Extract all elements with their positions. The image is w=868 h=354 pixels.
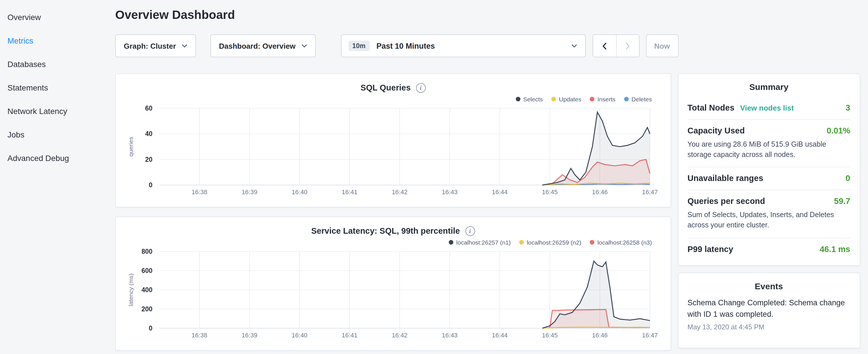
sidebar-item-overview[interactable]: Overview — [7, 6, 115, 29]
summary-value: 0.01% — [827, 126, 850, 135]
dashboard-dropdown[interactable]: Dashboard: Overview — [210, 34, 315, 57]
summary-row-capacity-used: Capacity Used0.01%You are using 28.6 MiB… — [687, 119, 850, 167]
svg-text:16:46: 16:46 — [592, 332, 608, 339]
sidebar-item-metrics[interactable]: Metrics — [7, 29, 115, 53]
sidebar-item-jobs[interactable]: Jobs — [7, 123, 115, 147]
summary-row-total-nodes: Total NodesView nodes list3 — [687, 97, 850, 119]
summary-rows: Total NodesView nodes list3Capacity Used… — [687, 97, 850, 260]
sql-queries-chart: 020406016:3816:3916:4016:4116:4216:4316:… — [125, 104, 661, 201]
summary-row-head: Queries per second59.7 — [687, 197, 850, 206]
sidebar-item-databases[interactable]: Databases — [7, 53, 115, 76]
graph-dropdown[interactable]: Graph: Cluster — [115, 34, 196, 57]
service-latency-chart-card: Service Latency: SQL, 99th percentile i … — [115, 217, 671, 351]
chevron-down-icon — [182, 44, 187, 47]
svg-text:400: 400 — [142, 286, 152, 294]
summary-row-unavailable-ranges: Unavailable ranges0 — [687, 167, 850, 190]
page-title: Overview Dashboard — [115, 8, 860, 22]
summary-row-queries-per-second: Queries per second59.7Sum of Selects, Up… — [687, 190, 850, 238]
svg-text:40: 40 — [145, 130, 152, 137]
chevron-right-icon — [625, 42, 630, 50]
legend-label: Inserts — [597, 96, 616, 102]
svg-text:16:39: 16:39 — [242, 332, 257, 339]
chart-title-row: Service Latency: SQL, 99th percentile i — [125, 224, 661, 238]
legend-item-localhost-26258-n3: localhost:26258 (n3) — [590, 239, 652, 246]
time-prev-button[interactable] — [593, 35, 616, 57]
now-button[interactable]: Now — [646, 34, 678, 57]
sidebar-item-advanced-debug[interactable]: Advanced Debug — [7, 147, 115, 170]
events-title: Events — [687, 273, 850, 296]
legend-label: Selects — [523, 96, 543, 102]
svg-text:16:44: 16:44 — [492, 189, 507, 196]
legend-item-inserts: Inserts — [590, 96, 616, 102]
summary-row-head: Total NodesView nodes list3 — [687, 103, 850, 112]
sidebar: OverviewMetricsDatabasesStatementsNetwor… — [0, 0, 115, 354]
info-icon[interactable]: i — [416, 83, 426, 93]
summary-card: Summary Total NodesView nodes list3Capac… — [678, 73, 860, 265]
svg-text:16:44: 16:44 — [492, 332, 507, 339]
svg-text:0: 0 — [149, 324, 152, 332]
legend-item-localhost-26259-n2: localhost:26259 (n2) — [519, 239, 581, 246]
chart-title: Service Latency: SQL, 99th percentile — [311, 226, 460, 235]
time-range-picker[interactable]: 10m Past 10 Minutes — [341, 34, 585, 57]
time-next-button[interactable] — [616, 35, 639, 57]
svg-text:16:47: 16:47 — [642, 332, 658, 339]
svg-text:800: 800 — [142, 248, 152, 255]
summary-description: You are using 28.6 MiB of 515.9 GiB usab… — [687, 139, 850, 160]
legend-dot — [590, 97, 595, 101]
summary-label: Total Nodes — [687, 103, 735, 112]
app-root: OverviewMetricsDatabasesStatementsNetwor… — [0, 0, 868, 354]
summary-title: Summary — [687, 74, 850, 97]
sidebar-item-network-latency[interactable]: Network Latency — [7, 100, 115, 123]
svg-text:16:41: 16:41 — [342, 332, 358, 339]
main-content: Overview Dashboard Graph: Cluster Dashbo… — [115, 0, 868, 354]
svg-text:latency (ms): latency (ms) — [127, 273, 134, 306]
summary-label: P99 latency — [687, 244, 733, 254]
svg-text:16:45: 16:45 — [542, 332, 558, 339]
summary-value: 59.7 — [834, 197, 850, 206]
event-text: Schema Change Completed: Schema change w… — [687, 297, 850, 320]
summary-row-head: P99 latency46.1 ms — [687, 244, 850, 254]
legend-item-deletes: Deletes — [624, 96, 652, 102]
svg-text:16:40: 16:40 — [292, 332, 308, 339]
summary-value: 46.1 ms — [820, 244, 850, 254]
summary-label: Queries per second — [687, 197, 765, 206]
legend-label: Updates — [559, 96, 582, 102]
legend-label: localhost:26258 (n3) — [597, 239, 652, 246]
event-timestamp: May 13, 2020 at 4:45 PM — [687, 323, 850, 331]
chart-legend: SelectsUpdatesInsertsDeletes — [125, 95, 661, 104]
svg-text:16:43: 16:43 — [442, 189, 458, 196]
svg-text:16:42: 16:42 — [392, 189, 407, 196]
legend-dot — [519, 240, 524, 245]
chevron-left-icon — [602, 42, 607, 50]
svg-text:16:38: 16:38 — [191, 189, 207, 196]
graph-dropdown-label: Graph: Cluster — [124, 41, 176, 50]
svg-text:0: 0 — [149, 181, 152, 189]
chart-canvas: 020040060080016:3816:3916:4016:4116:4216… — [125, 247, 661, 344]
events-card: Events Schema Change Completed: Schema c… — [678, 272, 860, 348]
summary-value: 3 — [846, 103, 850, 112]
legend-label: localhost:26257 (n1) — [456, 239, 510, 246]
controls-bar: Graph: Cluster Dashboard: Overview 10m P… — [115, 34, 860, 57]
dashboard-dropdown-label: Dashboard: Overview — [219, 41, 296, 50]
svg-text:16:46: 16:46 — [592, 189, 608, 196]
svg-text:60: 60 — [145, 104, 152, 112]
legend-item-selects: Selects — [516, 96, 543, 102]
info-icon[interactable]: i — [465, 226, 475, 236]
svg-text:600: 600 — [142, 267, 152, 275]
legend-dot — [516, 97, 520, 101]
summary-row-p99-latency: P99 latency46.1 ms — [687, 237, 850, 260]
chart-legend: localhost:26257 (n1)localhost:26259 (n2)… — [125, 238, 661, 247]
summary-description: Sum of Selects, Updates, Inserts, and De… — [687, 210, 850, 231]
time-pager — [592, 34, 639, 57]
view-nodes-list-link[interactable]: View nodes list — [740, 104, 794, 112]
chart-title: SQL Queries — [361, 83, 411, 92]
svg-text:16:38: 16:38 — [191, 332, 207, 339]
sidebar-item-statements[interactable]: Statements — [7, 76, 115, 100]
summary-label: Capacity Used — [687, 126, 745, 135]
event-item: Schema Change Completed: Schema change w… — [687, 296, 850, 338]
sidebar-list: OverviewMetricsDatabasesStatementsNetwor… — [7, 6, 115, 170]
summary-label: Unavailable ranges — [687, 174, 763, 183]
time-range-badge: 10m — [348, 41, 369, 51]
legend-item-updates: Updates — [552, 96, 582, 102]
chart-title-row: SQL Queries i — [125, 81, 661, 95]
